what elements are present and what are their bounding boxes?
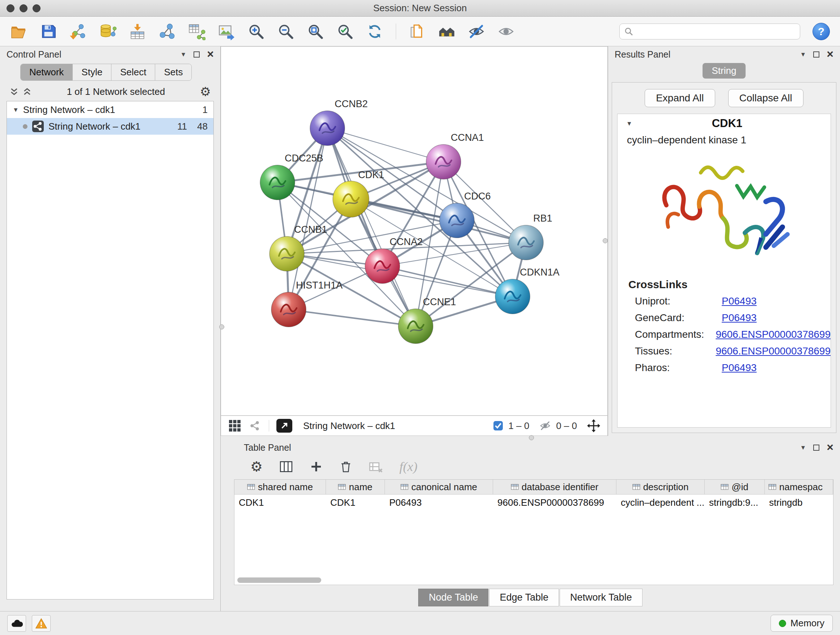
warnings-button[interactable]: [32, 615, 51, 632]
zoom-fit-icon[interactable]: [307, 23, 324, 40]
network-edge[interactable]: [327, 128, 416, 326]
close-window-button[interactable]: [6, 4, 14, 12]
string-results-tab[interactable]: String: [703, 63, 746, 79]
new-network-icon[interactable]: [158, 23, 176, 40]
documents-icon[interactable]: [409, 23, 426, 40]
bottom-splitter-handle[interactable]: [529, 435, 534, 440]
table-cell[interactable]: 9606.ENSP00000378699: [493, 494, 616, 510]
import-network-database-icon[interactable]: [99, 23, 117, 40]
column-header-canonical-name[interactable]: canonical name: [385, 480, 493, 494]
refresh-layout-icon[interactable]: [366, 23, 384, 40]
hidden-elements-icon[interactable]: [539, 420, 551, 432]
memory-button[interactable]: Memory: [771, 615, 833, 632]
table-cell[interactable]: stringdb:9...: [705, 494, 765, 510]
network-node-cdc6[interactable]: [439, 203, 474, 238]
tab-sets[interactable]: Sets: [155, 64, 191, 80]
tab-edge-table[interactable]: Edge Table: [489, 589, 559, 606]
import-network-file-icon[interactable]: [69, 23, 87, 40]
column-header--id[interactable]: @id: [705, 480, 765, 494]
tab-style[interactable]: Style: [73, 64, 111, 80]
tissues-link[interactable]: 9606.ENSP00000378699: [715, 345, 831, 357]
table-cell[interactable]: CDK1: [234, 494, 326, 510]
panel-menu-icon[interactable]: ▼: [180, 51, 186, 57]
genecard-link[interactable]: P06493: [722, 312, 757, 324]
tab-node-table[interactable]: Node Table: [418, 589, 488, 606]
network-edge[interactable]: [289, 310, 416, 326]
zoom-selected-icon[interactable]: [336, 23, 354, 40]
close-panel-icon[interactable]: ×: [827, 50, 834, 59]
network-node-ccne1[interactable]: [398, 309, 433, 344]
share-view-icon[interactable]: [248, 419, 262, 432]
network-node-cdk1[interactable]: [333, 181, 369, 217]
zoom-out-icon[interactable]: [277, 23, 294, 40]
maximize-window-button[interactable]: [33, 4, 41, 12]
save-session-icon[interactable]: [40, 23, 57, 40]
tab-network-table[interactable]: Network Table: [560, 589, 643, 606]
network-row[interactable]: String Network – cdk1 11 48: [7, 118, 213, 135]
panel-menu-icon[interactable]: ▼: [800, 445, 806, 451]
pharos-link[interactable]: P06493: [722, 362, 757, 374]
network-node-ccna1[interactable]: [426, 144, 461, 179]
horizontal-scrollbar[interactable]: [237, 578, 321, 583]
add-column-icon[interactable]: [309, 460, 323, 473]
network-node-rb1[interactable]: [508, 225, 543, 260]
column-header-database-identifier[interactable]: database identifier: [493, 480, 616, 494]
collapse-collection-icon[interactable]: ▼: [13, 107, 19, 113]
column-header-namespac[interactable]: namespac: [765, 480, 833, 494]
column-header-description[interactable]: description: [616, 480, 705, 494]
table-cell[interactable]: cyclin–dependent ...: [616, 494, 705, 510]
search-input[interactable]: [636, 26, 796, 37]
uniprot-link[interactable]: P06493: [722, 295, 757, 307]
network-collection-row[interactable]: ▼ String Network – cdk1 1: [7, 101, 213, 118]
tab-select[interactable]: Select: [111, 64, 155, 80]
network-node-ccnb2[interactable]: [310, 111, 345, 146]
network-from-table-icon[interactable]: [188, 23, 205, 40]
home-views-icon[interactable]: [438, 23, 455, 40]
right-splitter-handle[interactable]: [603, 238, 608, 243]
selected-nodes-checkbox-icon[interactable]: [493, 421, 503, 431]
network-node-cdkn1a[interactable]: [495, 279, 530, 314]
collapse-all-button[interactable]: Collapse All: [728, 89, 804, 107]
show-columns-icon[interactable]: [279, 460, 293, 473]
network-node-cdc25b[interactable]: [260, 165, 295, 200]
table-cell[interactable]: CDK1: [326, 494, 385, 510]
network-canvas[interactable]: CCNB2CCNA1CDC25BCDK1CDC6RB1CCNB1CCNA2CDK…: [221, 46, 608, 416]
delete-column-icon[interactable]: [339, 460, 352, 473]
grid-view-icon[interactable]: [228, 419, 241, 432]
column-header-name[interactable]: name: [326, 480, 385, 494]
hide-selected-icon[interactable]: [468, 23, 485, 40]
collapse-protein-icon[interactable]: ▼: [626, 120, 632, 127]
expand-all-icon[interactable]: [9, 87, 19, 96]
minimize-window-button[interactable]: [19, 4, 27, 12]
detach-view-button[interactable]: [276, 419, 292, 432]
float-panel-icon[interactable]: [813, 445, 819, 451]
search-box[interactable]: [619, 24, 800, 40]
network-node-ccna2[interactable]: [365, 249, 400, 283]
open-session-icon[interactable]: [10, 23, 27, 40]
collapse-all-icon[interactable]: [22, 87, 32, 96]
network-node-ccnb1[interactable]: [270, 236, 304, 271]
tab-network[interactable]: Network: [21, 64, 73, 80]
table-cell[interactable]: stringdb: [765, 494, 829, 510]
show-all-icon[interactable]: [497, 23, 515, 40]
compartments-link[interactable]: 9606.ENSP00000378699: [715, 329, 831, 340]
panel-menu-icon[interactable]: ▼: [800, 51, 806, 57]
network-edge[interactable]: [327, 128, 444, 162]
table-settings-gear-icon[interactable]: ⚙: [250, 460, 263, 473]
close-panel-icon[interactable]: ×: [207, 50, 214, 59]
expand-all-button[interactable]: Expand All: [645, 89, 715, 107]
help-button[interactable]: ?: [813, 23, 830, 40]
close-panel-icon[interactable]: ×: [827, 443, 834, 452]
pan-move-icon[interactable]: [587, 419, 600, 432]
import-table-file-icon[interactable]: [129, 23, 146, 40]
column-header-shared-name[interactable]: shared name: [234, 480, 326, 494]
network-node-hist1h1a[interactable]: [271, 292, 306, 327]
float-panel-icon[interactable]: [813, 51, 819, 57]
table-cell[interactable]: P06493: [385, 494, 493, 510]
export-image-icon[interactable]: [218, 23, 235, 40]
float-panel-icon[interactable]: [194, 51, 200, 57]
network-graph[interactable]: CCNB2CCNA1CDC25BCDK1CDC6RB1CCNB1CCNA2CDK…: [221, 47, 607, 415]
gear-icon[interactable]: ⚙: [200, 86, 211, 98]
table-row[interactable]: CDK1CDK1P064939606.ENSP00000378699cyclin…: [234, 494, 833, 510]
zoom-in-icon[interactable]: [248, 23, 265, 40]
